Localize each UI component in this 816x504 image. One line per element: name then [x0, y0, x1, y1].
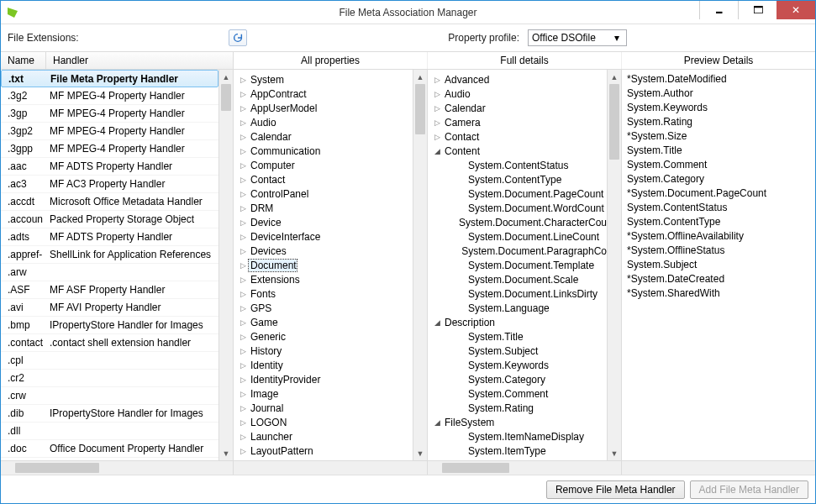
- expander-icon[interactable]: ▷: [237, 133, 249, 141]
- tree-item[interactable]: ▷Communication: [234, 144, 413, 158]
- tree-item[interactable]: ▷Extensions: [234, 272, 413, 286]
- scroll-down-icon[interactable]: ▼: [219, 446, 233, 460]
- expander-icon[interactable]: ▷: [237, 333, 249, 341]
- extension-row[interactable]: .cr2: [1, 370, 218, 387]
- expander-icon[interactable]: ▷: [237, 233, 249, 241]
- tree-item[interactable]: ▷LOGON: [234, 415, 413, 429]
- tree-child[interactable]: System.Comment: [428, 386, 607, 401]
- expander-icon[interactable]: ▷: [237, 404, 249, 412]
- tree-group[interactable]: ▷Camera: [428, 115, 607, 129]
- tree-item[interactable]: ▷Journal: [234, 401, 413, 415]
- tree-item[interactable]: ▷DRM: [234, 201, 413, 215]
- expander-icon[interactable]: ▷: [237, 375, 249, 384]
- preview-item[interactable]: *System.Document.PageCount: [627, 186, 810, 201]
- extension-row[interactable]: .3gpMF MPEG-4 Property Handler: [1, 105, 218, 123]
- extensions-list[interactable]: .txtFile Meta Property Handler.3g2MF MPE…: [1, 70, 218, 460]
- expander-icon[interactable]: ▷: [237, 118, 249, 127]
- expander-icon[interactable]: ◢: [431, 147, 443, 155]
- expander-icon[interactable]: ▷: [237, 247, 249, 255]
- preview-item[interactable]: System.Author: [627, 87, 810, 101]
- preview-item[interactable]: *System.DateModified: [627, 72, 810, 87]
- preview-item[interactable]: System.Title: [627, 144, 810, 158]
- scroll-down-icon[interactable]: ▼: [608, 446, 621, 460]
- preview-item[interactable]: System.ContentStatus: [627, 201, 810, 215]
- tree-child[interactable]: System.Document.Template: [428, 258, 607, 272]
- expander-icon[interactable]: ▷: [237, 204, 249, 213]
- tree-group[interactable]: ◢Content: [428, 144, 607, 158]
- tree-child[interactable]: System.Document.Scale: [428, 272, 607, 286]
- preview-item[interactable]: System.Comment: [627, 158, 810, 172]
- expander-icon[interactable]: ▷: [431, 118, 443, 127]
- preview-item[interactable]: System.Keywords: [627, 101, 810, 115]
- hscrollbar-thumb[interactable]: [15, 463, 99, 473]
- extension-row[interactable]: .aviMF AVI Property Handler: [1, 299, 218, 317]
- preview-item[interactable]: System.Category: [627, 172, 810, 186]
- extension-row[interactable]: .crw: [1, 387, 218, 405]
- expander-icon[interactable]: ▷: [431, 133, 443, 141]
- close-button[interactable]: ✕: [777, 1, 815, 19]
- scroll-up-icon[interactable]: ▲: [608, 70, 621, 84]
- tree-item[interactable]: ▷Contact: [234, 172, 413, 186]
- scroll-up-icon[interactable]: ▲: [413, 70, 427, 84]
- extension-row[interactable]: .dibIPropertyStore Handler for Images: [1, 405, 218, 423]
- expander-icon[interactable]: ▷: [237, 276, 249, 284]
- expander-icon[interactable]: ▷: [431, 104, 443, 113]
- tree-item[interactable]: ▷Generic: [234, 329, 413, 344]
- tree-item[interactable]: ▷Launcher: [234, 429, 413, 444]
- tree-item[interactable]: ▷AppUserModel: [234, 101, 413, 115]
- preview-item[interactable]: *System.OfflineStatus: [627, 244, 810, 258]
- scrollbar-thumb[interactable]: [221, 84, 231, 111]
- extension-row[interactable]: .accdtMicrosoft Office Metadata Handler: [1, 193, 218, 211]
- extension-row[interactable]: .ASFMF ASF Property Handler: [1, 281, 218, 299]
- tree-child[interactable]: System.Rating: [428, 401, 607, 415]
- expander-icon[interactable]: ▷: [237, 361, 249, 370]
- tree-item[interactable]: ▷GPS: [234, 301, 413, 315]
- tree-child[interactable]: System.Keywords: [428, 358, 607, 372]
- tree-item[interactable]: ▷History: [234, 344, 413, 358]
- tree-child[interactable]: System.Category: [428, 372, 607, 386]
- all-properties-vscrollbar[interactable]: ▲ ▼: [413, 70, 427, 460]
- tree-child[interactable]: System.Document.LineCount: [428, 229, 607, 244]
- expander-icon[interactable]: ▷: [237, 347, 249, 355]
- tree-group[interactable]: ▷Calendar: [428, 101, 607, 115]
- preview-item[interactable]: *System.Size: [627, 129, 810, 144]
- tree-child[interactable]: System.Subject: [428, 344, 607, 358]
- expander-icon[interactable]: ▷: [431, 76, 443, 84]
- tree-child[interactable]: System.Document.PageCount: [428, 186, 607, 201]
- extension-row[interactable]: .ac3MF AC3 Property Handler: [1, 176, 218, 193]
- extension-row[interactable]: .docOffice Document Property Handler: [1, 440, 218, 458]
- tree-group[interactable]: ▷Advanced: [428, 72, 607, 87]
- tree-child[interactable]: System.Document.CharacterCou: [428, 215, 607, 229]
- expander-icon[interactable]: ▷: [237, 447, 249, 455]
- expander-icon[interactable]: ▷: [237, 104, 249, 113]
- all-properties-tree[interactable]: ▷System▷AppContract▷AppUserModel▷Audio▷C…: [234, 70, 413, 460]
- tree-child[interactable]: System.ItemType: [428, 444, 607, 458]
- tree-child[interactable]: System.Title: [428, 329, 607, 344]
- tree-child[interactable]: System.ContentStatus: [428, 158, 607, 172]
- scroll-down-icon[interactable]: ▼: [413, 446, 427, 460]
- tree-item[interactable]: ▷Device: [234, 215, 413, 229]
- property-profile-select[interactable]: Office DSOfile ▾: [528, 29, 627, 46]
- tree-item[interactable]: ▷Image: [234, 386, 413, 401]
- tree-child[interactable]: System.ItemNameDisplay: [428, 429, 607, 444]
- extension-row[interactable]: .cpl: [1, 352, 218, 370]
- tree-group[interactable]: ◢FileSystem: [428, 415, 607, 429]
- minimize-button[interactable]: 🗕: [699, 1, 738, 19]
- tree-item[interactable]: ▷ControlPanel: [234, 186, 413, 201]
- expander-icon[interactable]: ◢: [431, 418, 443, 427]
- preview-item[interactable]: *System.OfflineAvailability: [627, 229, 810, 244]
- tree-group[interactable]: ◢Description: [428, 315, 607, 329]
- extension-row[interactable]: .bmpIPropertyStore Handler for Images: [1, 317, 218, 334]
- panels-hscrollbar[interactable]: [234, 460, 815, 475]
- tree-child[interactable]: System.Document.LinksDirty: [428, 286, 607, 301]
- tree-item[interactable]: ▷Game: [234, 315, 413, 329]
- extension-row[interactable]: .adtsMF ADTS Property Handler: [1, 228, 218, 246]
- full-details-tree[interactable]: ▷Advanced▷Audio▷Calendar▷Camera▷Contact◢…: [428, 70, 607, 460]
- extension-row[interactable]: .3g2MF MPEG-4 Property Handler: [1, 87, 218, 105]
- extension-row[interactable]: .3gppMF MPEG-4 Property Handler: [1, 140, 218, 158]
- extensions-hscrollbar[interactable]: [1, 460, 233, 475]
- tree-item[interactable]: ▷DeviceInterface: [234, 229, 413, 244]
- expander-icon[interactable]: ▷: [237, 318, 249, 327]
- tree-child[interactable]: System.Language: [428, 301, 607, 315]
- expander-icon[interactable]: ▷: [237, 190, 249, 198]
